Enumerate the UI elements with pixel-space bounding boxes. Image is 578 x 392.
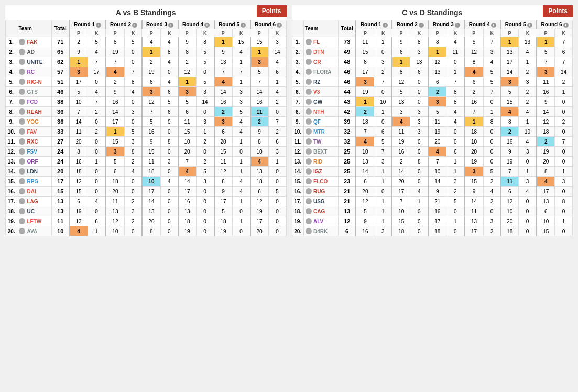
r4-kills: 5 — [483, 77, 500, 87]
col-r4-k: K — [196, 29, 214, 37]
r6-kills: 0 — [555, 107, 573, 117]
r4-placement: 17 — [178, 187, 197, 197]
r5-kills: 3 — [232, 97, 250, 107]
team-icon — [18, 98, 26, 105]
r1-placement: 18 — [356, 117, 374, 127]
r1-placement: 15 — [70, 187, 88, 197]
r5-placement: 15 — [214, 147, 233, 157]
r6-kills: 0 — [555, 206, 573, 216]
r3-placement: 15 — [142, 147, 161, 157]
r6-placement: 6 — [250, 187, 269, 197]
r1-kills: 0 — [374, 117, 392, 127]
r6-placement: 10 — [537, 216, 555, 226]
col-rank — [6, 20, 17, 37]
points-button[interactable]: Points — [543, 5, 573, 17]
r3-kills: 1 — [446, 157, 464, 167]
r6-kills: 1 — [268, 77, 286, 87]
r2-kills: 5 — [125, 37, 142, 47]
r6-placement: 16 — [250, 97, 269, 107]
col-total-header: Total — [338, 20, 356, 37]
r5-placement: 4 — [214, 77, 233, 87]
total-cell: 36 — [51, 117, 69, 127]
table-row: 19.ALV1291150171133200101 — [292, 216, 573, 226]
team-name: CAG — [313, 209, 325, 214]
rank-cell: 9. — [6, 117, 17, 127]
r1-placement: 2 — [70, 37, 88, 47]
r6-placement: 18 — [537, 127, 555, 137]
r1-kills: 1 — [374, 206, 392, 216]
team-name: FCD — [27, 99, 38, 105]
team-cell: LDN — [17, 167, 51, 177]
r5-placement: 7 — [214, 67, 233, 77]
r1-placement: 16 — [70, 157, 88, 167]
r3-kills: 3 — [446, 177, 464, 187]
svg-point-19 — [19, 228, 25, 234]
svg-point-24 — [306, 79, 312, 85]
r2-placement: 14 — [106, 107, 125, 117]
r2-placement: 16 — [392, 147, 410, 157]
r1-kills: 0 — [88, 206, 106, 216]
r1-kills: 1 — [374, 37, 392, 47]
r1-kills: 7 — [88, 97, 106, 107]
r6-kills: 7 — [555, 57, 573, 67]
r1-kills: 1 — [88, 226, 106, 236]
total-cell: 20 — [51, 167, 69, 177]
r1-kills: 7 — [374, 147, 392, 157]
r6-kills: 0 — [268, 177, 286, 187]
r3-placement: 3 — [142, 87, 161, 97]
team-icon — [18, 48, 26, 56]
r6-kills: 0 — [555, 226, 573, 236]
r2-kills: 3 — [125, 206, 142, 216]
r5-kills: 4 — [519, 187, 537, 197]
col-r3-k: K — [446, 29, 464, 37]
r2-kills: 0 — [125, 177, 142, 187]
r2-kills: 8 — [125, 77, 142, 87]
r6-kills: 1 — [555, 167, 573, 177]
r3-kills: 1 — [446, 167, 464, 177]
r3-kills: 6 — [161, 107, 178, 117]
svg-point-10 — [19, 138, 25, 145]
r6-kills: 4 — [268, 87, 286, 97]
col-round-2-header: Round 2i — [106, 20, 142, 29]
r6-placement: 15 — [250, 37, 269, 47]
r4-kills: 5 — [483, 167, 500, 177]
r4-placement: 2 — [464, 87, 483, 97]
rank-cell: 2. — [292, 47, 303, 57]
rank-cell: 13. — [6, 157, 17, 167]
r6-kills: 0 — [268, 206, 286, 216]
points-button[interactable]: Points — [257, 5, 287, 17]
col-r2-k: K — [410, 29, 428, 37]
col-r3-p: P — [428, 29, 446, 37]
r3-placement: 5 — [428, 107, 446, 117]
r3-kills: 0 — [161, 117, 178, 127]
col-r6-p: P — [537, 29, 555, 37]
r4-kills: 4 — [483, 187, 500, 197]
r2-kills: 2 — [125, 197, 142, 206]
team-name: AVA — [27, 228, 37, 234]
r5-placement: 18 — [500, 226, 518, 236]
team-icon — [305, 78, 312, 85]
table-row: 5.RIG-N511702864154171 — [6, 77, 287, 87]
r6-placement: 8 — [250, 137, 269, 147]
rank-cell: 8. — [292, 107, 303, 117]
col-r2-p: P — [106, 29, 125, 37]
r5-placement: 12 — [214, 167, 233, 177]
r2-placement: 8 — [106, 37, 125, 47]
r6-kills: 0 — [268, 226, 286, 236]
col-r5-k: K — [232, 29, 250, 37]
standings-table: TeamTotalRound 1iRound 2iRound 3iRound 4… — [292, 20, 573, 236]
rank-cell: 5. — [292, 77, 303, 87]
r5-placement: 2 — [500, 127, 518, 137]
r1-placement: 10 — [70, 97, 88, 107]
table-row: 18.UC1319013313013050190 — [6, 206, 287, 216]
team-cell: GW — [303, 97, 338, 107]
rank-cell: 5. — [6, 77, 17, 87]
r5-placement: 3 — [214, 117, 233, 127]
team-cell: FLCO — [303, 177, 338, 187]
r6-placement: 14 — [250, 87, 269, 97]
r4-placement: 9 — [464, 187, 483, 197]
r3-kills: 5 — [161, 97, 178, 107]
total-cell: 33 — [51, 127, 69, 137]
r6-placement: 19 — [250, 206, 269, 216]
r4-placement: 16 — [464, 97, 483, 107]
